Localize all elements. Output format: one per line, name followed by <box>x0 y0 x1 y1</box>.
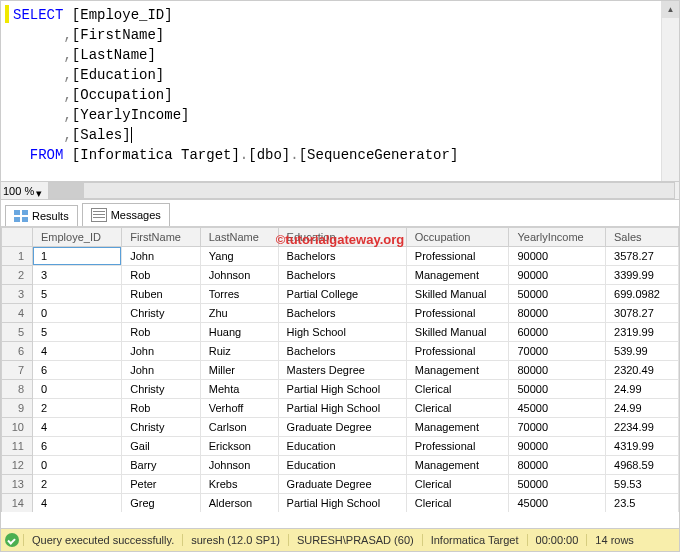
cell[interactable]: Christy <box>122 418 201 437</box>
row-number[interactable]: 10 <box>2 418 33 437</box>
cell[interactable]: Rob <box>122 399 201 418</box>
cell[interactable]: 2 <box>33 475 122 494</box>
col-header[interactable]: Employe_ID <box>33 228 122 247</box>
table-row[interactable]: 40ChristyZhuBachelorsProfessional8000030… <box>2 304 679 323</box>
row-number[interactable]: 1 <box>2 247 33 266</box>
cell[interactable]: 2319.99 <box>606 323 679 342</box>
cell[interactable]: Huang <box>200 323 278 342</box>
cell[interactable]: 80000 <box>509 304 606 323</box>
cell[interactable]: Johnson <box>200 456 278 475</box>
table-row[interactable]: 92RobVerhoffPartial High SchoolClerical4… <box>2 399 679 418</box>
cell[interactable]: 6 <box>33 437 122 456</box>
table-row[interactable]: 35RubenTorresPartial CollegeSkilled Manu… <box>2 285 679 304</box>
cell[interactable]: Yang <box>200 247 278 266</box>
cell[interactable]: 4 <box>33 342 122 361</box>
cell[interactable]: 4968.59 <box>606 456 679 475</box>
cell[interactable]: Clerical <box>406 399 509 418</box>
cell[interactable]: 50000 <box>509 380 606 399</box>
cell[interactable]: Clerical <box>406 380 509 399</box>
cell[interactable]: Barry <box>122 456 201 475</box>
cell[interactable]: Greg <box>122 494 201 513</box>
cell[interactable]: Zhu <box>200 304 278 323</box>
cell[interactable]: Graduate Degree <box>278 475 406 494</box>
cell[interactable]: Christy <box>122 304 201 323</box>
cell[interactable]: Masters Degree <box>278 361 406 380</box>
tab-results[interactable]: Results <box>5 205 78 226</box>
cell[interactable]: Partial High School <box>278 494 406 513</box>
cell[interactable]: 24.99 <box>606 380 679 399</box>
row-number[interactable]: 11 <box>2 437 33 456</box>
cell[interactable]: 80000 <box>509 456 606 475</box>
col-header[interactable]: Sales <box>606 228 679 247</box>
sql-code[interactable]: SELECT [Employe_ID] ,[FirstName] ,[LastN… <box>1 1 679 165</box>
cell[interactable]: 3578.27 <box>606 247 679 266</box>
col-header[interactable]: LastName <box>200 228 278 247</box>
cell[interactable]: Graduate Degree <box>278 418 406 437</box>
cell[interactable]: Partial College <box>278 285 406 304</box>
cell[interactable]: John <box>122 361 201 380</box>
cell[interactable]: John <box>122 342 201 361</box>
zoom-level[interactable]: 100 % <box>3 185 34 197</box>
cell[interactable]: 3078.27 <box>606 304 679 323</box>
row-number[interactable]: 13 <box>2 475 33 494</box>
cell[interactable]: 80000 <box>509 361 606 380</box>
cell[interactable]: 2 <box>33 399 122 418</box>
cell[interactable]: John <box>122 247 201 266</box>
row-number[interactable]: 5 <box>2 323 33 342</box>
cell[interactable]: 0 <box>33 456 122 475</box>
cell[interactable]: Professional <box>406 342 509 361</box>
cell[interactable]: 24.99 <box>606 399 679 418</box>
cell[interactable]: Bachelors <box>278 304 406 323</box>
col-header[interactable]: FirstName <box>122 228 201 247</box>
cell[interactable]: 70000 <box>509 418 606 437</box>
results-grid[interactable]: Employe_ID FirstName LastName Education … <box>1 227 679 512</box>
table-row[interactable]: 132PeterKrebsGraduate DegreeClerical5000… <box>2 475 679 494</box>
tab-messages[interactable]: Messages <box>82 203 170 226</box>
cell[interactable]: Ruben <box>122 285 201 304</box>
cell[interactable]: Bachelors <box>278 266 406 285</box>
cell[interactable]: 4 <box>33 494 122 513</box>
table-row[interactable]: 23RobJohnsonBachelorsManagement900003399… <box>2 266 679 285</box>
cell[interactable]: Partial High School <box>278 380 406 399</box>
cell[interactable]: Ruiz <box>200 342 278 361</box>
sql-editor-pane[interactable]: SELECT [Employe_ID] ,[FirstName] ,[LastN… <box>1 1 679 200</box>
cell[interactable]: Partial High School <box>278 399 406 418</box>
cell[interactable]: 699.0982 <box>606 285 679 304</box>
cell[interactable]: 6 <box>33 361 122 380</box>
chevron-down-icon[interactable]: ▾ <box>36 187 44 195</box>
table-row[interactable]: 11JohnYangBachelorsProfessional900003578… <box>2 247 679 266</box>
cell[interactable]: Professional <box>406 304 509 323</box>
cell[interactable]: High School <box>278 323 406 342</box>
col-header[interactable]: Education <box>278 228 406 247</box>
row-number[interactable]: 14 <box>2 494 33 513</box>
editor-hscroll[interactable] <box>48 182 675 199</box>
cell[interactable]: 70000 <box>509 342 606 361</box>
cell[interactable]: 90000 <box>509 247 606 266</box>
cell[interactable]: 45000 <box>509 399 606 418</box>
row-number[interactable]: 7 <box>2 361 33 380</box>
cell[interactable]: 50000 <box>509 475 606 494</box>
row-number[interactable]: 3 <box>2 285 33 304</box>
cell[interactable]: 5 <box>33 323 122 342</box>
table-row[interactable]: 104ChristyCarlsonGraduate DegreeManageme… <box>2 418 679 437</box>
cell[interactable]: 45000 <box>509 494 606 513</box>
cell[interactable]: Johnson <box>200 266 278 285</box>
cell[interactable]: Peter <box>122 475 201 494</box>
cell[interactable]: Professional <box>406 437 509 456</box>
table-row[interactable]: 55RobHuangHigh SchoolSkilled Manual60000… <box>2 323 679 342</box>
cell[interactable]: Professional <box>406 247 509 266</box>
row-number[interactable]: 9 <box>2 399 33 418</box>
cell[interactable]: 4319.99 <box>606 437 679 456</box>
table-row[interactable]: 64JohnRuizBachelorsProfessional70000539.… <box>2 342 679 361</box>
cell[interactable]: Bachelors <box>278 247 406 266</box>
cell[interactable]: 0 <box>33 380 122 399</box>
cell[interactable]: Torres <box>200 285 278 304</box>
cell[interactable]: 2234.99 <box>606 418 679 437</box>
cell[interactable]: Clerical <box>406 494 509 513</box>
cell[interactable]: 3 <box>33 266 122 285</box>
cell[interactable]: Bachelors <box>278 342 406 361</box>
cell[interactable]: Rob <box>122 266 201 285</box>
hscroll-thumb[interactable] <box>49 183 84 198</box>
col-header[interactable]: Occupation <box>406 228 509 247</box>
cell[interactable]: 3399.99 <box>606 266 679 285</box>
